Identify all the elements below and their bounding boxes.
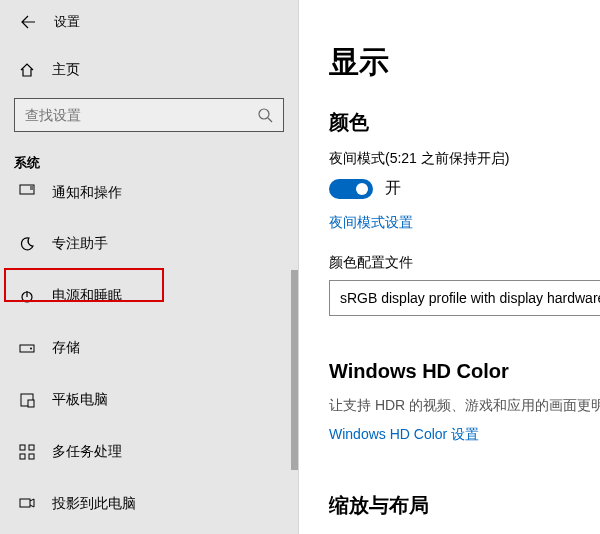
section-hd-heading: Windows HD Color	[329, 360, 600, 383]
svg-point-4	[30, 348, 32, 350]
sidebar-item-share[interactable]: 体验共享	[0, 530, 298, 534]
night-mode-settings-link[interactable]: 夜间模式设置	[329, 214, 413, 232]
app-title: 设置	[54, 13, 80, 31]
sidebar-item-power[interactable]: 电源和睡眠	[0, 270, 298, 322]
sidebar-nav: 通知和操作 专注助手 电源和睡眠 存储	[0, 184, 298, 534]
back-button[interactable]	[14, 8, 42, 36]
sidebar-item-storage[interactable]: 存储	[0, 322, 298, 374]
sidebar-scrollbar[interactable]	[291, 270, 298, 470]
hd-description: 让支持 HDR 的视频、游戏和应用的画面更明亮...	[329, 397, 600, 415]
sidebar-item-home[interactable]: 主页	[0, 50, 298, 90]
svg-rect-11	[20, 499, 30, 507]
svg-rect-10	[29, 454, 34, 459]
svg-rect-7	[20, 445, 25, 450]
storage-icon	[18, 340, 36, 356]
nav-label: 投影到此电脑	[52, 495, 136, 513]
sidebar-item-tablet[interactable]: 平板电脑	[0, 374, 298, 426]
sidebar-item-focus[interactable]: 专注助手	[0, 218, 298, 270]
sidebar: 设置 主页 系统 通知和操作	[0, 0, 299, 534]
nav-label: 通知和操作	[52, 184, 122, 202]
power-icon	[18, 288, 36, 304]
color-profile-dropdown[interactable]: sRGB display profile with display hardwa…	[329, 280, 600, 316]
section-color-heading: 颜色	[329, 109, 600, 136]
sidebar-item-multitask[interactable]: 多任务处理	[0, 426, 298, 478]
multitask-icon	[18, 444, 36, 460]
sidebar-group-title: 系统	[0, 132, 298, 184]
home-icon	[18, 62, 36, 78]
svg-rect-9	[20, 454, 25, 459]
nav-label: 电源和睡眠	[52, 287, 122, 305]
svg-point-0	[259, 109, 269, 119]
search-field[interactable]	[25, 107, 257, 123]
notifications-icon	[18, 184, 36, 196]
search-icon	[257, 107, 273, 123]
dropdown-value: sRGB display profile with display hardwa…	[340, 290, 600, 306]
svg-rect-8	[29, 445, 34, 450]
svg-rect-6	[28, 400, 34, 407]
sidebar-item-project[interactable]: 投影到此电脑	[0, 478, 298, 530]
nav-label: 平板电脑	[52, 391, 108, 409]
back-arrow-icon	[20, 14, 36, 30]
night-mode-status: 夜间模式(5:21 之前保持开启)	[329, 150, 600, 168]
section-scale-heading: 缩放与布局	[329, 492, 600, 519]
nav-label: 专注助手	[52, 235, 108, 253]
sidebar-item-notifications[interactable]: 通知和操作	[0, 184, 298, 218]
home-label: 主页	[52, 61, 80, 79]
hd-settings-link[interactable]: Windows HD Color 设置	[329, 426, 479, 444]
moon-icon	[18, 236, 36, 252]
nav-label: 多任务处理	[52, 443, 122, 461]
night-mode-toggle[interactable]	[329, 179, 373, 199]
topbar: 设置	[0, 0, 298, 44]
search-input[interactable]	[14, 98, 284, 132]
toggle-label: 开	[385, 178, 401, 199]
page-title: 显示	[329, 42, 600, 83]
nav-label: 存储	[52, 339, 80, 357]
main-content: 显示 颜色 夜间模式(5:21 之前保持开启) 开 夜间模式设置 颜色配置文件 …	[299, 0, 600, 534]
color-profile-label: 颜色配置文件	[329, 254, 600, 272]
project-icon	[18, 496, 36, 512]
tablet-icon	[18, 392, 36, 408]
